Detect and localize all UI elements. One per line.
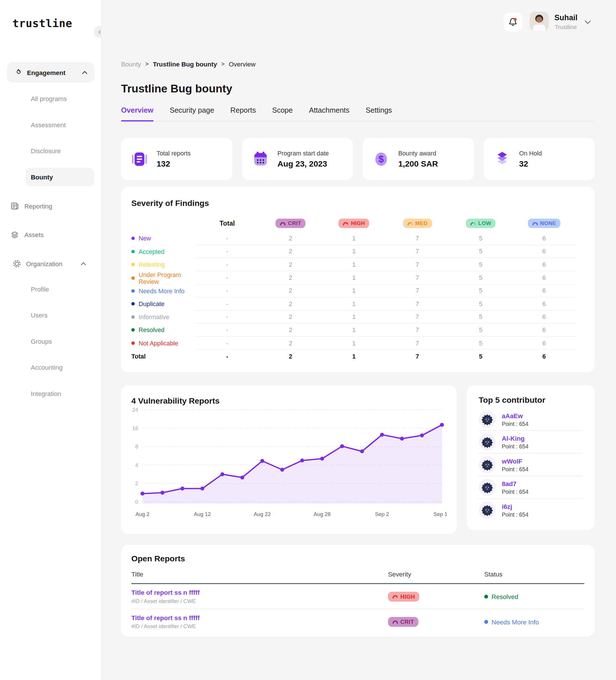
tab-attachments[interactable]: Attachments [309, 106, 349, 115]
severity-panel-title: Severity of Findings [131, 199, 585, 208]
breadcrumb-item-overview[interactable]: Overview [229, 60, 256, 68]
sidebar-item-assets[interactable]: Assets [10, 230, 43, 239]
severity-badge-crit: CRIT [388, 617, 418, 627]
severity-value: 6 [512, 297, 576, 310]
sidebar-item-assessment[interactable]: Assessment [0, 112, 101, 138]
tab-security-page[interactable]: Security page [170, 106, 214, 115]
tab-overview[interactable]: Overview [121, 106, 153, 115]
organization-sub-list: ProfileUsersGroupsAccountingIntegration [0, 276, 101, 407]
sidebar-item-reporting[interactable]: Reporting [10, 201, 52, 210]
severity-value: 1 [322, 232, 386, 245]
contributor-name[interactable]: 8ad7 [502, 480, 528, 487]
severity-value: 1 [322, 284, 386, 298]
svg-text:Sep 2: Sep 2 [375, 511, 389, 517]
sidebar-item-accounting[interactable]: Accounting [0, 354, 101, 380]
sidebar-item-integration[interactable]: Integration [0, 380, 101, 407]
report-subtitle: #ID / Asset identifier / CWE [131, 598, 388, 604]
stat-card-bounty-award[interactable]: $ Bounty award 1,200 SAR [363, 138, 474, 180]
severity-value: - [196, 297, 259, 310]
severity-row-label: Accepted [131, 245, 196, 258]
sidebar-item-label: Assets [25, 231, 44, 238]
sidebar-item-bounty[interactable]: Bounty [26, 168, 94, 186]
severity-value: 2 [259, 245, 322, 258]
severity-value: 6 [512, 245, 576, 258]
contributor-points: Point : 654 [502, 443, 528, 450]
contributor-8ad7[interactable]: 8ad7Point : 654 [479, 476, 583, 499]
contributors-list: aAaEwPoint : 654Al-KingPoint : 654wWolFP… [479, 408, 583, 521]
contributor-name[interactable]: aAaEw [502, 412, 528, 419]
sidebar-collapse-button[interactable] [94, 26, 101, 38]
svg-text:24: 24 [132, 407, 138, 413]
trustline-logo: trustline [12, 17, 72, 30]
severity-total-value: 6 [512, 350, 576, 363]
severity-value: 5 [449, 258, 512, 271]
notifications-button[interactable] [504, 13, 523, 32]
sidebar-item-groups[interactable]: Groups [0, 328, 101, 355]
report-subtitle: #ID / Asset identifier / CWE [131, 624, 388, 629]
report-title-link[interactable]: Title of report ss n fffff [131, 614, 388, 622]
contributor-al-king[interactable]: Al-KingPoint : 654 [479, 431, 583, 454]
sidebar-group-label: Organization [26, 260, 76, 267]
contributor-wwolf[interactable]: wWolFPoint : 654 [479, 454, 583, 476]
contributor-i6zj[interactable]: i6zjPoint : 654 [479, 499, 583, 521]
severity-value: 1 [322, 271, 386, 285]
contributor-text: 8ad7Point : 654 [502, 480, 528, 495]
sidebar-item-all-programs[interactable]: All programs [0, 86, 101, 112]
sidebar-item-users[interactable]: Users [0, 302, 101, 328]
contributor-aaaew[interactable]: aAaEwPoint : 654 [479, 408, 583, 431]
gauge-arc-icon [343, 221, 349, 226]
severity-column-crit: CRIT [259, 215, 322, 232]
report-status-cell: Needs More Info [484, 618, 584, 625]
user-menu-chevron-down-icon[interactable] [584, 19, 592, 27]
open-report-row[interactable]: Title of report ss n fffff#ID / Asset id… [131, 609, 585, 634]
gauge-arc-icon [532, 221, 538, 226]
stat-card-start-date[interactable]: Program start date Aug 23, 2023 [242, 138, 353, 180]
user-avatar[interactable] [530, 12, 549, 31]
svg-text:8: 8 [135, 444, 138, 450]
open-reports-column-severity: Severity [388, 570, 485, 578]
svg-text:16: 16 [132, 425, 138, 431]
breadcrumb-item-trustline-bug-bounty[interactable]: Trustline Bug bounty [153, 60, 217, 68]
stat-label: Program start date [277, 149, 329, 156]
contributor-name[interactable]: i6zj [502, 503, 528, 510]
sidebar-item-disclosure[interactable]: Disclosure [0, 138, 101, 164]
severity-row-label: Informative [131, 310, 196, 323]
sidebar-item-profile[interactable]: Profile [0, 276, 101, 302]
open-report-row[interactable]: Title of report ss n fffff#ID / Asset id… [131, 584, 585, 610]
lion-avatar [479, 411, 496, 428]
severity-of-findings-panel: Severity of Findings TotalCRITHIGHMEDLOW… [121, 187, 595, 372]
report-severity-cell: CRIT [388, 617, 485, 627]
svg-text:$: $ [378, 154, 384, 164]
svg-text:Aug 28: Aug 28 [314, 511, 330, 517]
contributor-text: i6zjPoint : 654 [502, 503, 528, 518]
status-dot [484, 594, 488, 598]
severity-value: 7 [386, 310, 449, 323]
report-title-link[interactable]: Title of report ss n fffff [131, 589, 388, 596]
severity-value: 7 [386, 337, 449, 350]
breadcrumb-item-bounty[interactable]: Bounty [121, 60, 141, 68]
status-dot [131, 302, 135, 306]
sidebar-item-label: Reporting [25, 202, 53, 210]
report-severity-cell: HIGH [388, 592, 485, 601]
sidebar-group-engagement[interactable]: Engagement [7, 62, 95, 83]
severity-value: 6 [512, 258, 576, 271]
dollar-icon: $ [371, 149, 391, 169]
severity-value: 5 [449, 337, 512, 350]
severity-row-label: New [131, 232, 196, 245]
contributor-name[interactable]: wWolF [502, 457, 528, 465]
severity-column-high: HIGH [322, 215, 386, 232]
vulnerability-reports-chart-panel: 4 Vulnerability Reports 02481624Aug 2Aug… [121, 385, 457, 534]
tab-reports[interactable]: Reports [230, 106, 256, 115]
user-name[interactable]: Suhail [554, 13, 578, 23]
open-reports-panel: Open Reports TitleSeverityStatus Title o… [121, 545, 595, 637]
tab-scope[interactable]: Scope [272, 106, 293, 115]
severity-row-label: Under Program Review [131, 271, 196, 285]
stat-card-total-reports[interactable]: Total reports 132 [121, 138, 232, 180]
tab-settings[interactable]: Settings [365, 106, 392, 115]
lion-icon [480, 480, 495, 494]
sidebar-group-organization[interactable]: Organization [6, 253, 93, 274]
contributor-name[interactable]: Al-King [502, 434, 528, 442]
stat-card-on-hold[interactable]: On Hold 32 [484, 138, 595, 180]
svg-text:Aug 12: Aug 12 [194, 511, 211, 517]
vulnerability-reports-chart[interactable]: 02481624Aug 2Aug 12Aug 22Aug 28Sep 2Sep … [131, 405, 447, 520]
